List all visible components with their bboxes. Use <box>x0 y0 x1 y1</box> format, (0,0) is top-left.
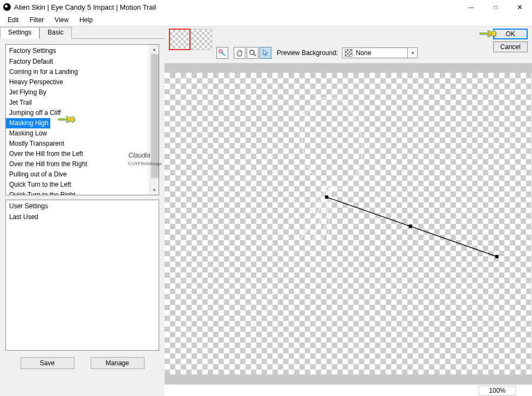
thumbnail[interactable] <box>190 29 212 50</box>
scroll-thumb[interactable] <box>151 54 159 178</box>
list-item[interactable]: Over the Hill from the Right <box>6 159 159 169</box>
save-button[interactable]: Save <box>21 357 74 369</box>
menu-view[interactable]: View <box>49 15 74 25</box>
menu-bar: Edit Filter View Help <box>0 14 532 26</box>
panel-tabs: Settings Basic <box>0 27 165 39</box>
list-item[interactable]: Factory Default <box>6 57 159 67</box>
list-item[interactable]: Heavy Perspective <box>6 77 159 87</box>
svg-line-1 <box>222 52 225 56</box>
preview-canvas[interactable] <box>165 73 532 374</box>
zoom-tool-icon[interactable] <box>247 47 258 59</box>
menu-help[interactable]: Help <box>74 15 98 25</box>
list-item[interactable]: Jumping off a Cliff <box>6 108 159 118</box>
minimize-button[interactable]: ― <box>459 0 483 14</box>
svg-rect-6 <box>325 195 328 199</box>
tab-basic[interactable]: Basic <box>39 27 71 39</box>
title-bar: Alien Skin | Eye Candy 5 Impact | Motion… <box>0 0 532 14</box>
list-item[interactable]: Quick Turn to the Right <box>6 190 159 195</box>
thumbnail-strip <box>169 29 212 50</box>
scroll-up-icon[interactable]: ▲ <box>150 45 159 54</box>
list-item-selected[interactable]: Masking High <box>6 118 50 128</box>
chevron-down-icon[interactable]: ▼ <box>407 48 417 58</box>
zoom-indicator[interactable]: 100% <box>479 386 516 395</box>
list-item[interactable]: Last Used <box>6 212 159 222</box>
right-panel: Preview Background: None ▼ OK Cancel <box>165 26 532 396</box>
scrollbar[interactable]: ▲ ▼ <box>149 45 159 195</box>
list-item[interactable]: Masking Low <box>6 128 159 139</box>
close-button[interactable]: ✕ <box>508 0 532 14</box>
maximize-button[interactable]: □ <box>483 0 508 14</box>
manage-button[interactable]: Manage <box>91 357 145 369</box>
transparency-swatch-icon <box>345 49 352 57</box>
svg-line-3 <box>254 54 256 56</box>
pointer-tool-icon[interactable] <box>260 47 271 59</box>
list-item[interactable]: Jet Flying By <box>6 87 159 98</box>
thumbnail-selected[interactable] <box>169 29 190 50</box>
svg-rect-7 <box>409 224 412 228</box>
svg-point-4 <box>296 93 368 193</box>
list-item[interactable]: Jet Trail <box>6 98 159 108</box>
factory-settings-list[interactable]: Factory Settings Factory Default Coming … <box>5 44 159 195</box>
preview-toolbar: Preview Background: None ▼ <box>216 47 418 59</box>
user-header: User Settings <box>6 200 159 212</box>
cancel-button[interactable]: Cancel <box>493 42 528 52</box>
ok-button[interactable]: OK <box>493 29 528 39</box>
scroll-down-icon[interactable]: ▼ <box>150 186 159 195</box>
preview-bg-value: None <box>356 49 371 57</box>
factory-header: Factory Settings <box>6 45 159 57</box>
preview-bg-label: Preview Background: <box>277 49 338 57</box>
hand-tool-icon[interactable] <box>234 47 245 59</box>
svg-point-2 <box>250 50 254 54</box>
wand-tool-icon[interactable] <box>216 47 228 59</box>
menu-edit[interactable]: Edit <box>2 15 24 25</box>
preview-artwork <box>165 73 532 374</box>
preview-bg-combo[interactable]: None ▼ <box>342 47 418 58</box>
divider-bar-bottom <box>165 374 532 384</box>
window-controls: ― □ ✕ <box>459 0 532 14</box>
list-item[interactable]: Quick Turn to the Left <box>6 180 159 190</box>
status-bar: 100% <box>165 384 532 396</box>
user-settings-list[interactable]: User Settings Last Used <box>5 200 159 351</box>
svg-rect-8 <box>495 255 499 258</box>
tab-settings[interactable]: Settings <box>0 27 39 39</box>
divider-bar <box>165 63 532 73</box>
left-panel: Settings Basic Factory Settings Factory … <box>0 26 165 396</box>
list-item[interactable]: Mostly Transparent <box>6 139 159 149</box>
list-item[interactable]: Coming in for a Landing <box>6 67 159 77</box>
menu-filter[interactable]: Filter <box>24 15 50 25</box>
list-item[interactable]: Pulling out of a Dive <box>6 169 159 180</box>
app-icon <box>3 3 11 11</box>
window-title: Alien Skin | Eye Candy 5 Impact | Motion… <box>14 3 459 11</box>
list-item[interactable]: Over the Hill from the Left <box>6 149 159 159</box>
